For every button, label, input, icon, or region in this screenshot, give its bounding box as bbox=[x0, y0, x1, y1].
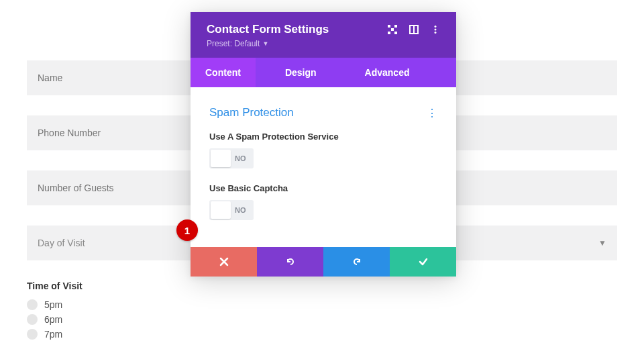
radio-option[interactable]: 7pm bbox=[27, 329, 617, 340]
svg-rect-1 bbox=[394, 25, 397, 28]
more-icon[interactable] bbox=[431, 25, 440, 34]
check-icon bbox=[418, 256, 429, 267]
annotation-badge: 1 bbox=[176, 219, 198, 241]
tab-advanced[interactable]: Advanced bbox=[350, 58, 425, 87]
basic-captcha-toggle[interactable]: NO bbox=[209, 200, 254, 220]
radio-option[interactable]: 5pm bbox=[27, 299, 617, 310]
cancel-button[interactable] bbox=[191, 247, 257, 277]
tab-content[interactable]: Content bbox=[191, 58, 256, 87]
option-label: Use Basic Captcha bbox=[209, 183, 343, 193]
tab-design[interactable]: Design bbox=[270, 58, 331, 87]
redo-icon bbox=[352, 256, 362, 267]
day-select-label: Day of Visit bbox=[38, 238, 85, 248]
time-label: Time of Visit bbox=[27, 281, 617, 291]
svg-rect-3 bbox=[394, 32, 397, 34]
undo-icon bbox=[285, 256, 296, 267]
redo-button[interactable] bbox=[323, 247, 390, 277]
modal-body: Spam Protection ⋮ Use A Spam Protection … bbox=[191, 87, 456, 247]
modal-tabs: Content Design Advanced bbox=[191, 58, 456, 87]
close-icon bbox=[219, 256, 229, 267]
svg-rect-0 bbox=[388, 25, 390, 28]
caret-down-icon: ▼ bbox=[262, 40, 268, 47]
section-more-icon[interactable]: ⋮ bbox=[427, 107, 437, 119]
preset-selector[interactable]: Preset: Default ▼ bbox=[207, 39, 440, 48]
chevron-down-icon: ▼ bbox=[598, 238, 606, 248]
svg-rect-2 bbox=[388, 32, 390, 34]
svg-point-9 bbox=[435, 32, 437, 34]
svg-rect-6 bbox=[413, 26, 415, 34]
expand-icon[interactable] bbox=[388, 25, 397, 34]
radio-option-label: 7pm bbox=[44, 329, 62, 340]
toggle-knob bbox=[211, 150, 231, 167]
svg-point-7 bbox=[435, 26, 437, 28]
snap-icon[interactable] bbox=[409, 25, 419, 34]
radio-icon bbox=[27, 329, 38, 340]
radio-icon bbox=[27, 314, 38, 325]
settings-modal: Contact Form Settings Preset: Default ▼ … bbox=[191, 12, 456, 277]
time-radio-group: Time of Visit 5pm 6pm 7pm bbox=[27, 281, 617, 340]
radio-option[interactable]: 6pm bbox=[27, 314, 617, 325]
spam-service-toggle[interactable]: NO bbox=[209, 148, 254, 168]
undo-button[interactable] bbox=[257, 247, 323, 277]
radio-option-label: 5pm bbox=[44, 299, 62, 310]
save-button[interactable] bbox=[390, 247, 456, 277]
modal-footer bbox=[191, 247, 456, 277]
radio-option-label: 6pm bbox=[44, 314, 62, 325]
radio-icon bbox=[27, 299, 38, 310]
modal-header: Contact Form Settings Preset: Default ▼ bbox=[191, 12, 456, 58]
svg-rect-4 bbox=[391, 28, 394, 31]
option-label: Use A Spam Protection Service bbox=[209, 132, 343, 142]
preset-label: Preset: Default bbox=[207, 39, 260, 48]
svg-point-8 bbox=[435, 29, 437, 31]
toggle-value: NO bbox=[232, 154, 252, 162]
section-title[interactable]: Spam Protection bbox=[209, 106, 294, 119]
toggle-knob bbox=[211, 201, 231, 219]
toggle-value: NO bbox=[232, 206, 252, 214]
modal-title: Contact Form Settings bbox=[207, 23, 329, 36]
